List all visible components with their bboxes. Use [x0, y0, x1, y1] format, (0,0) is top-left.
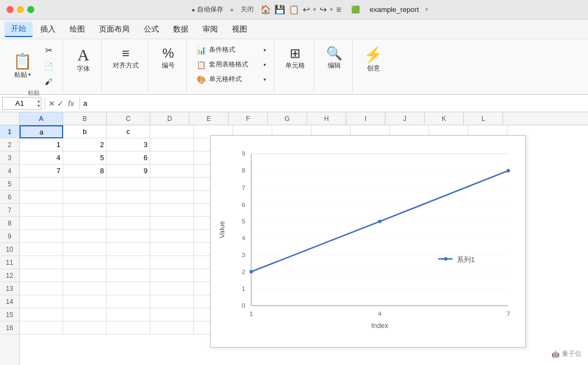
row-header-16[interactable]: 16 — [0, 321, 19, 334]
menu-item-insert[interactable]: 插入 — [34, 22, 62, 36]
row-header-9[interactable]: 9 — [0, 230, 19, 243]
cell-b2[interactable]: 2 — [63, 138, 107, 151]
paste-group-label: 粘贴 — [28, 89, 40, 97]
menu-item-data[interactable]: 数据 — [167, 22, 195, 36]
col-header-k[interactable]: K — [425, 112, 464, 125]
cell-b5[interactable] — [63, 178, 107, 191]
formula-confirm-button[interactable]: ✓ — [57, 99, 64, 108]
cell-a4[interactable]: 7 — [20, 165, 63, 178]
undo-dropdown[interactable]: ▾ — [313, 6, 316, 13]
col-header-a[interactable]: A — [20, 112, 63, 125]
align-button[interactable]: ≡ 对齐方式 — [108, 44, 143, 72]
undo-icon[interactable]: ↩ — [303, 4, 310, 15]
minimize-button[interactable] — [17, 6, 24, 13]
font-button[interactable]: A 字体 — [70, 44, 97, 76]
copy-button[interactable]: 📄 — [39, 60, 58, 72]
cell-b4[interactable]: 8 — [63, 165, 107, 178]
col-header-i[interactable]: I — [346, 112, 385, 125]
col-header-e[interactable]: E — [189, 112, 229, 125]
save-icon[interactable]: 💾 — [274, 4, 285, 15]
conditional-format-button[interactable]: 📊 条件格式 ▾ — [193, 44, 270, 56]
row-header-5[interactable]: 5 — [0, 178, 19, 191]
menu-item-view[interactable]: 视图 — [225, 22, 254, 36]
menu-item-formula[interactable]: 公式 — [137, 22, 166, 36]
edit-button[interactable]: 🔍 编辑 — [321, 44, 348, 72]
column-headers: A B C D E F G H I J K L — [0, 112, 588, 125]
col-header-l[interactable]: L — [464, 112, 503, 125]
paste-sub-buttons: ✂ 📄 🖌 — [39, 44, 58, 88]
clipboard-icon[interactable]: 📋 — [289, 4, 299, 15]
ribbon-group-styles: 📊 条件格式 ▾ 📋 套用表格格式 ▾ 🎨 单元格样式 ▾ — [189, 41, 274, 92]
col-header-j[interactable]: J — [385, 112, 425, 125]
row-header-15[interactable]: 15 — [0, 308, 19, 321]
formula-cancel-button[interactable]: ✕ — [48, 99, 55, 108]
close-button[interactable] — [7, 6, 14, 13]
table-style-button[interactable]: 📋 套用表格格式 ▾ — [193, 58, 270, 71]
row-header-3[interactable]: 3 — [0, 151, 19, 165]
col-header-f[interactable]: F — [229, 112, 268, 125]
maximize-button[interactable] — [27, 6, 34, 13]
ts-dropdown[interactable]: ▾ — [264, 62, 266, 68]
row-header-2[interactable]: 2 — [0, 138, 19, 151]
menu-item-layout[interactable]: 页面布局 — [93, 22, 136, 36]
cell-d1[interactable] — [150, 125, 194, 138]
cell-ref-arrows[interactable]: ▲ ▼ — [36, 99, 41, 108]
cell-a3[interactable]: 4 — [20, 151, 63, 165]
redo-dropdown[interactable]: ▾ — [330, 6, 333, 13]
row-header-14[interactable]: 14 — [0, 295, 19, 308]
cf-dropdown[interactable]: ▾ — [264, 47, 266, 53]
cs-dropdown[interactable]: ▾ — [264, 77, 266, 82]
number-button[interactable]: % 编号 — [155, 44, 182, 72]
cell-d2[interactable] — [150, 138, 194, 151]
cell-a1[interactable]: a — [20, 125, 63, 138]
cell-b3[interactable]: 5 — [63, 151, 107, 165]
col-header-h[interactable]: H — [307, 112, 346, 125]
row-header-12[interactable]: 12 — [0, 269, 19, 282]
spreadsheet: A B C D E F G H I J K L 1 2 3 4 5 6 7 8 … — [0, 112, 588, 365]
menu-item-draw[interactable]: 绘图 — [63, 22, 91, 36]
filename-dropdown[interactable]: ▾ — [425, 6, 428, 13]
cell-c4[interactable]: 9 — [107, 165, 150, 178]
row-header-11[interactable]: 11 — [0, 256, 19, 269]
row-header-10[interactable]: 10 — [0, 243, 19, 256]
menu-item-home[interactable]: 开始 — [4, 22, 33, 37]
col-header-b[interactable]: B — [63, 112, 107, 125]
menu-item-review[interactable]: 审阅 — [196, 22, 224, 36]
cell-c1[interactable]: c — [107, 125, 150, 138]
format-painter-button[interactable]: 🖌 — [39, 76, 58, 88]
cell-c3[interactable]: 6 — [107, 151, 150, 165]
cell-d3[interactable] — [150, 151, 194, 165]
col-header-g[interactable]: G — [268, 112, 307, 125]
svg-text:系列1: 系列1 — [457, 256, 475, 264]
row-header-7[interactable]: 7 — [0, 204, 19, 217]
cell-a2[interactable]: 1 — [20, 138, 63, 151]
cell-button[interactable]: ⊞ 单元格 — [281, 44, 309, 72]
cell-d5[interactable] — [150, 178, 194, 191]
cell-c5[interactable] — [107, 178, 150, 191]
paste-button[interactable]: 📋 粘贴▾ — [9, 50, 36, 82]
cell-d4[interactable] — [150, 165, 194, 178]
row-header-13[interactable]: 13 — [0, 282, 19, 295]
paste-icon: 📋 — [13, 52, 32, 70]
cell-reference-box[interactable]: A1 ▲ ▼ — [2, 97, 41, 110]
row-header-4[interactable]: 4 — [0, 165, 19, 178]
home-icon[interactable]: 🏠 — [260, 4, 271, 15]
cell-c2[interactable]: 3 — [107, 138, 150, 151]
title-bar: ● 自动保存 ● 关闭 🏠 💾 📋 ↩ ▾ ↪ ▾ ≡ 🟩 example_re… — [0, 0, 588, 20]
cell-b1[interactable]: b — [63, 125, 107, 138]
row-header-8[interactable]: 8 — [0, 217, 19, 230]
col-header-d[interactable]: D — [150, 112, 189, 125]
creative-button[interactable]: ⚡ 创意 — [359, 44, 387, 75]
close-label: 关闭 — [241, 5, 254, 14]
row-header-6[interactable]: 6 — [0, 191, 19, 204]
cut-button[interactable]: ✂ — [39, 44, 58, 57]
menu-icon[interactable]: ≡ — [336, 5, 341, 15]
redo-icon[interactable]: ↪ — [320, 4, 327, 15]
cell-a5[interactable] — [20, 178, 63, 191]
cell-style-button[interactable]: 🎨 单元格样式 ▾ — [193, 73, 270, 86]
formula-input[interactable]: a — [83, 99, 586, 107]
col-header-c[interactable]: C — [107, 112, 150, 125]
chart-container[interactable]: 0 1 2 3 4 5 6 7 8 9 Value — [210, 135, 526, 348]
row-header-1[interactable]: 1 — [0, 125, 19, 138]
table-style-icon: 📋 — [197, 60, 206, 69]
